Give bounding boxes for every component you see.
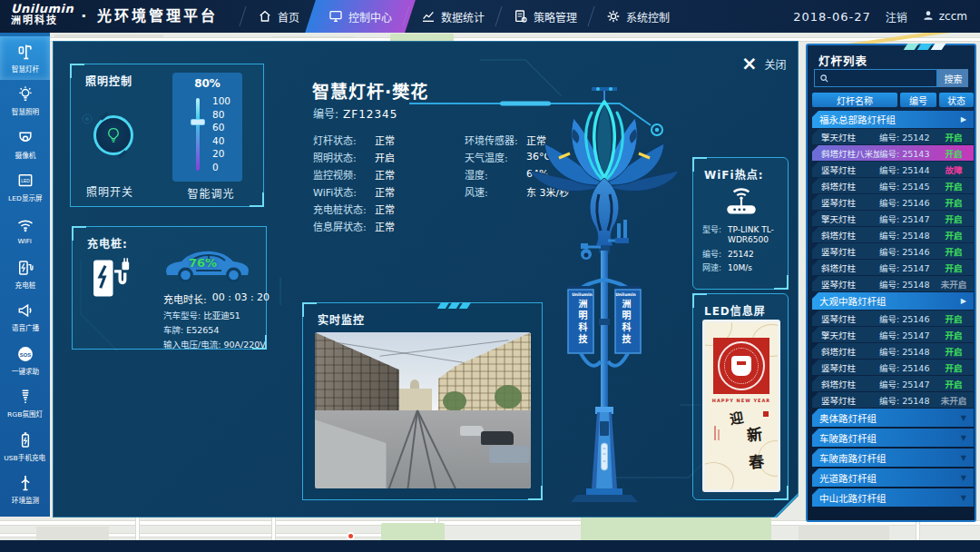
user-account[interactable]: zccm: [922, 9, 967, 25]
sidebar-item-2[interactable]: 摄像机: [0, 123, 50, 166]
sidebar-item-1[interactable]: 智慧照明: [0, 80, 50, 123]
nav-tab-1[interactable]: 控制中心: [314, 0, 407, 33]
sidebar-item-10[interactable]: 环境监测: [0, 468, 50, 511]
search-button[interactable]: 搜索: [937, 69, 968, 87]
code-prefix: 编号:: [879, 231, 899, 241]
pole-list-row[interactable]: 竖琴灯柱编号: 25146开启: [812, 360, 974, 375]
code-value: 25146: [902, 198, 929, 208]
code-prefix: 编号:: [879, 198, 899, 208]
poster-char: 春: [748, 448, 766, 473]
sidebar-item-8[interactable]: RGB氛围灯: [0, 381, 50, 425]
sidebar-item-5[interactable]: 充电桩: [0, 252, 50, 296]
pole-list-row[interactable]: 擎天灯柱编号: 25147开启: [812, 211, 974, 226]
row-status: 开启: [939, 378, 968, 390]
pole-list-panel: 灯杆列表 搜索 灯杆名称 编号 状态 福永总部路灯杆组▶擎天灯柱编号: 2514…: [806, 44, 976, 522]
detail-value: 比亚迪51: [203, 310, 240, 320]
main-nav: 首页控制中心数据统计策略管理系统控制: [243, 0, 684, 33]
code-value: 25148: [902, 396, 929, 406]
pole-group-header[interactable]: 大观中路灯杆组▶: [812, 292, 974, 310]
sidebar-item-label: 环境监测: [11, 496, 38, 505]
camera-icon: [16, 129, 34, 147]
pole-list-row[interactable]: 擎天灯柱编号: 25147开启: [812, 327, 974, 342]
monitor-video-feed[interactable]: [315, 332, 531, 488]
dimming-slider-thumb[interactable]: [191, 119, 205, 125]
sidebar-item-7[interactable]: SOS一键求助: [0, 339, 50, 382]
slider-tick: 40: [212, 134, 230, 148]
wifi-row-label: 网速:: [702, 263, 728, 273]
lighting-panel-title: 照明控制: [85, 73, 132, 88]
status-item: 环境传感器:正常: [465, 131, 612, 148]
sidebar-item-4[interactable]: WiFi: [0, 209, 50, 252]
close-button[interactable]: × 关闭: [741, 54, 787, 74]
pole-status-grid: 灯杆状态:正常环境传感器:正常照明状态:开启天气温度:36°C监控视频:正常湿度…: [313, 131, 612, 234]
pole-list-row[interactable]: 斜塔灯柱编号: 25147开启: [812, 376, 974, 391]
pole-group-header[interactable]: 车陂南路灯杆组▼: [812, 448, 974, 467]
wifi-row-value: 10M/s: [728, 263, 780, 273]
charging-pile-icon: [16, 259, 34, 277]
pole-list-row[interactable]: 斜塔灯柱编号: 25145开启: [812, 178, 974, 193]
row-status: 未开启: [939, 278, 968, 291]
sidebar-item-6[interactable]: 语音广播: [0, 295, 50, 339]
pole-group-header[interactable]: 中山北路灯杆组▼: [812, 488, 974, 507]
nav-tab-3[interactable]: 策略管理: [499, 0, 592, 33]
status-item: WiFi状态:正常: [313, 182, 417, 200]
pole-list-row[interactable]: 竖琴灯柱编号: 25148未开启: [812, 276, 974, 291]
pole-banner-left: Unilumin 洲明科技: [571, 292, 593, 350]
pole-list-row[interactable]: 斜塔灯柱编号: 25147开启: [812, 260, 974, 275]
row-status: 开启: [939, 180, 968, 192]
pole-list-row[interactable]: 擎天灯柱编号: 25142开启: [812, 129, 974, 144]
status-item: 灯杆状态:正常: [313, 131, 417, 148]
search-input[interactable]: [814, 69, 937, 87]
light-switch-button[interactable]: [93, 115, 133, 155]
sidebar-item-label: LED显示屏: [8, 193, 43, 202]
status-value: 正常: [375, 219, 395, 233]
logout-button[interactable]: 注销: [886, 9, 907, 25]
nav-tab-2[interactable]: 数据统计: [407, 0, 499, 33]
code-value: 25148: [902, 347, 929, 357]
code-prefix: 编号:: [879, 247, 899, 257]
column-header-status[interactable]: 状态: [939, 93, 974, 107]
pole-list-row[interactable]: 斜塔灯柱编号: 25148开启: [812, 343, 974, 359]
pole-group-header[interactable]: 福永总部路灯杆组▶: [812, 111, 974, 128]
nav-tab-label: 控制中心: [348, 9, 392, 25]
row-status: 开启: [939, 131, 968, 143]
pole-list-row[interactable]: 竖琴灯柱编号: 25146开启: [812, 194, 974, 210]
wifi-hotspot-panel: WiFi热点: 型号:TP-LINK TL-WDR6500编号:25142网速:…: [692, 157, 789, 290]
pole-list-row[interactable]: 竖琴灯柱编号: 25148未开启: [812, 392, 974, 408]
code-value: 25147: [902, 330, 929, 340]
pole-list-row[interactable]: 斜塔灯柱八米加大编号: 25143开启: [812, 145, 974, 161]
chart-icon: [421, 9, 436, 24]
pole-group-header[interactable]: 车陂路灯杆组▼: [812, 429, 974, 447]
charge-duration-label: 充电时长:: [163, 291, 207, 306]
sidebar-item-0[interactable]: 智慧灯杆: [0, 36, 50, 80]
collapse-arrow-icon: ▼: [961, 414, 966, 422]
code-value: 25147: [902, 263, 929, 273]
code-prefix: 编号:: [879, 280, 899, 290]
pole-code-label: 编号:: [313, 108, 338, 121]
sidebar-item-9[interactable]: USB手机充电: [0, 425, 50, 468]
wifi-row-value: TP-LINK TL-WDR6500: [728, 225, 780, 246]
monitor-icon: [328, 9, 343, 24]
poster-char: 新: [745, 422, 763, 447]
wifi-info-row: 编号:25142: [702, 250, 780, 260]
column-header-name[interactable]: 灯杆名称: [812, 93, 897, 107]
nav-tab-4[interactable]: 系统控制: [592, 0, 684, 33]
map-marker[interactable]: [347, 532, 355, 540]
column-header-code[interactable]: 编号: [900, 93, 936, 107]
code-prefix: 编号:: [879, 133, 899, 143]
dimming-slider-track[interactable]: [196, 98, 200, 171]
row-pole-name: 擎天灯柱: [821, 131, 879, 143]
pole-group-header[interactable]: 光道路灯杆组▼: [812, 468, 974, 487]
pole-list-row[interactable]: 竖琴灯柱编号: 25146开启: [812, 243, 974, 259]
pole-list-row[interactable]: 竖琴灯柱编号: 25146开启: [812, 310, 974, 326]
collapse-arrow-icon: ▼: [961, 494, 966, 502]
pole-group-header[interactable]: 奥体路灯杆组▼: [812, 409, 974, 427]
pole-list-row[interactable]: 竖琴灯柱编号: 25144故障: [812, 162, 974, 177]
status-value: 正常: [375, 167, 395, 182]
pole-list-row[interactable]: 斜塔灯柱编号: 25148开启: [812, 227, 974, 242]
row-pole-code: 编号: 25146: [879, 361, 939, 374]
sidebar-item-3[interactable]: LEDLED显示屏: [0, 166, 50, 210]
brand-name-cn: 洲明科技: [11, 15, 74, 26]
bulb-icon: [103, 125, 123, 145]
nav-tab-0[interactable]: 首页: [243, 0, 314, 33]
